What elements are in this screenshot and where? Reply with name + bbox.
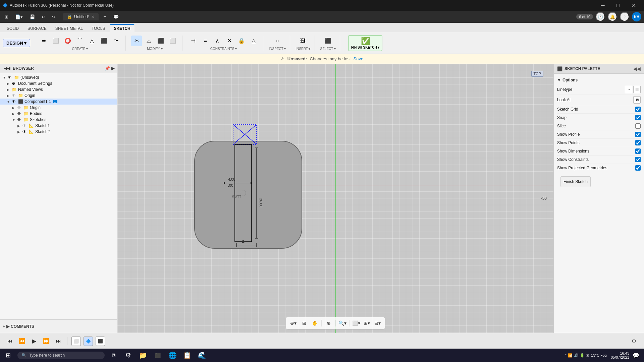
tree-item-document-settings[interactable]: ▶ ⚙ Document Settings: [0, 80, 117, 86]
tree-item-origin-top[interactable]: ▶ 👁 📁 Origin: [0, 93, 117, 99]
help-button[interactable]: ?: [620, 12, 629, 21]
sketch-grid-checkbox[interactable]: [635, 107, 641, 112]
break-tool[interactable]: ⬛: [155, 36, 166, 46]
palette-expand-button[interactable]: ◀◀: [633, 66, 641, 71]
perpendicular-constraint[interactable]: ⊣: [188, 36, 199, 46]
slot-tool[interactable]: ⬛: [99, 36, 109, 46]
show-profile-checkbox[interactable]: [635, 132, 641, 137]
bell-button[interactable]: 🔔: [608, 12, 617, 21]
undo-button[interactable]: ↩: [40, 13, 47, 21]
polygon-tool[interactable]: △: [87, 36, 97, 46]
show-projected-checkbox[interactable]: [635, 165, 641, 171]
finish-sketch-ribbon-button[interactable]: ✅ FINISH SKETCH ▾: [348, 35, 382, 51]
tree-item-unsaved[interactable]: ▼ 👁 📁 (Unsaved): [0, 74, 117, 80]
maximize-button[interactable]: □: [610, 0, 626, 11]
show-dimensions-checkbox[interactable]: [635, 148, 641, 154]
options-section[interactable]: ▼ Options: [557, 76, 641, 84]
tree-item-sketches[interactable]: ▼ 👁 📁 Sketches: [0, 117, 117, 123]
mode-button-3[interactable]: ⬛: [96, 337, 105, 346]
trim-tool[interactable]: ✂: [131, 36, 142, 46]
parallel-constraint[interactable]: =: [200, 36, 211, 46]
sidebar-collapse-button[interactable]: ◀◀: [3, 65, 11, 71]
chat-button[interactable]: 💬: [111, 13, 121, 21]
zoom-button[interactable]: 🔍▾: [338, 318, 347, 328]
close-button[interactable]: ✕: [626, 0, 641, 11]
mode-button-1[interactable]: ⬜: [71, 337, 81, 346]
show-hidden-button[interactable]: ^: [565, 353, 567, 357]
linetype-option-1[interactable]: ↗: [625, 86, 632, 93]
tree-item-bodies[interactable]: ▶ 👁 📁 Bodies: [0, 111, 117, 117]
mode-button-2[interactable]: 🔷: [84, 337, 93, 346]
pan-button[interactable]: ✋: [310, 318, 320, 328]
tab-tools[interactable]: TOOLS: [88, 25, 109, 32]
start-button[interactable]: ⊞: [0, 349, 16, 362]
insert-image[interactable]: 🖼: [298, 36, 308, 46]
lock-constraint[interactable]: 🔒: [236, 36, 247, 46]
next-frame-button[interactable]: ⏩: [42, 337, 51, 346]
edge-button[interactable]: 🌊: [195, 349, 209, 362]
redo-button[interactable]: ↪: [50, 13, 58, 21]
finish-sketch-button[interactable]: Finish Sketch: [560, 176, 591, 187]
minimize-button[interactable]: ─: [595, 0, 610, 11]
circle-tool[interactable]: ⭕: [62, 36, 73, 46]
save-link[interactable]: Save: [354, 56, 364, 61]
offset-tool[interactable]: ⬜: [167, 36, 178, 46]
line-tool[interactable]: ➡: [38, 36, 49, 46]
tangent-constraint[interactable]: ∧: [212, 36, 223, 46]
tab-solid[interactable]: SOLID: [3, 25, 23, 32]
arc-tool[interactable]: ⌒: [74, 36, 85, 46]
notification-button[interactable]: 💬: [631, 349, 641, 362]
task-view-button[interactable]: ⧉: [106, 349, 121, 362]
coordinate-system-button[interactable]: ⊕▾: [289, 318, 298, 328]
show-constraints-checkbox[interactable]: [635, 157, 641, 162]
app-menu-button[interactable]: ⊞: [3, 13, 10, 21]
tree-item-origin[interactable]: ▶ 👁 📁 Origin: [0, 105, 117, 111]
comments-add-icon[interactable]: +: [3, 324, 5, 329]
tab-sketch[interactable]: SKETCH: [110, 24, 134, 32]
rar-button[interactable]: ⬛: [150, 349, 165, 362]
effects-button[interactable]: ⊟▾: [373, 318, 382, 328]
spline-tool[interactable]: 〜: [111, 36, 121, 46]
playback-settings-button[interactable]: ⚙: [629, 337, 639, 346]
settings-taskbar-button[interactable]: ⚙: [121, 349, 136, 362]
slice-checkbox[interactable]: [635, 123, 641, 129]
clock-button[interactable]: 🕐: [596, 12, 605, 21]
sidebar-expand-icon[interactable]: ▶: [111, 66, 114, 71]
file-menu-button[interactable]: 📄▾: [13, 13, 25, 21]
chrome-button[interactable]: 🌐: [165, 349, 180, 362]
design-button[interactable]: DESIGN ▾: [3, 39, 30, 47]
display-settings[interactable]: ⬜▾: [352, 318, 361, 328]
linetype-option-2[interactable]: ⬜: [633, 86, 641, 93]
save-button[interactable]: 💾: [28, 13, 37, 21]
tree-item-sketch1[interactable]: ▶ 👁 📐 Sketch1: [0, 123, 117, 129]
document-tab[interactable]: 🔒 Untitled* ✕: [63, 13, 99, 20]
comments-expand-icon[interactable]: ▶: [6, 324, 9, 329]
canvas-area[interactable]: TOP 4.00 .00: [117, 64, 553, 333]
extend-tool[interactable]: ⌓: [143, 36, 154, 46]
user-avatar[interactable]: KH: [632, 12, 641, 21]
app5-button[interactable]: 📋: [180, 349, 195, 362]
show-points-checkbox[interactable]: [635, 140, 641, 145]
tab-surface[interactable]: SURFACE: [23, 25, 51, 32]
first-frame-button[interactable]: ⏮: [5, 337, 15, 346]
select-tool[interactable]: ⬛: [323, 36, 333, 46]
search-bar[interactable]: 🔍 Type here to search: [17, 352, 105, 359]
appearance-button[interactable]: ⊞▾: [362, 318, 372, 328]
last-frame-button[interactable]: ⏭: [54, 337, 63, 346]
add-tab-button[interactable]: +: [101, 12, 108, 21]
files-taskbar-button[interactable]: 📁: [136, 349, 150, 362]
tree-item-named-views[interactable]: ▶ 📁 Named Views: [0, 86, 117, 93]
coincident-constraint[interactable]: ✕: [224, 36, 235, 46]
orbit-button[interactable]: ⊕: [324, 318, 333, 328]
horizontal-constraint[interactable]: △: [248, 36, 259, 46]
tree-item-component1[interactable]: ▼ 👁 ⬛ Component1:1 ⊙: [0, 99, 117, 105]
look-at-button[interactable]: 🖥: [633, 96, 641, 104]
play-button[interactable]: ▶: [30, 337, 39, 346]
grid-button[interactable]: ⊞: [300, 318, 309, 328]
sidebar-pin-button[interactable]: 📌: [105, 66, 110, 71]
snap-checkbox[interactable]: [635, 115, 641, 120]
close-tab-icon[interactable]: ✕: [91, 14, 95, 19]
tab-sheet-metal[interactable]: SHEET METAL: [51, 25, 87, 32]
rectangle-tool[interactable]: ⬜: [50, 36, 61, 46]
dimension-tool[interactable]: ↔: [272, 36, 283, 46]
